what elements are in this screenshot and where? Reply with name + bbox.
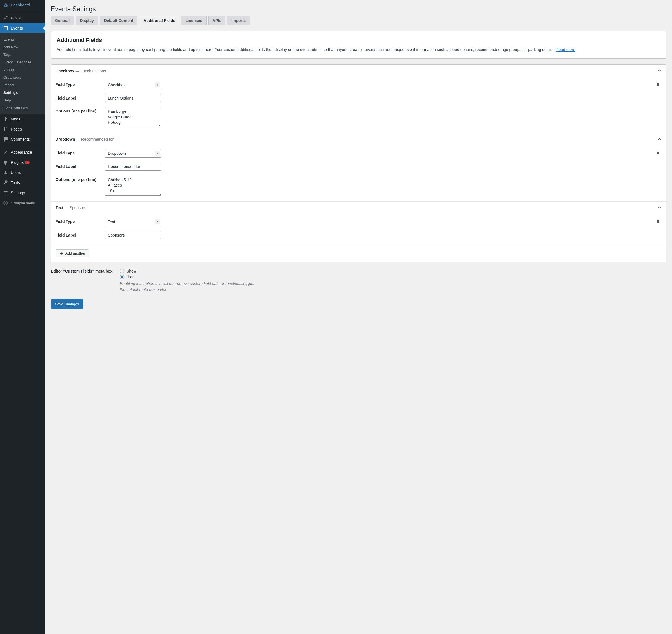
add-another-label: Add another [65, 251, 86, 255]
subitem-organizers[interactable]: Organizers [0, 74, 45, 81]
tab-additional-fields[interactable]: Additional Fields [139, 16, 179, 25]
sidebar-item-users[interactable]: Users [0, 167, 45, 178]
options-textarea[interactable]: Children 5-12 All ages 18+ [105, 175, 161, 196]
sidebar-item-dashboard[interactable]: Dashboard [0, 0, 45, 10]
show-radio-option[interactable]: Show [120, 269, 261, 274]
pages-icon [3, 126, 8, 132]
fields-panel: Checkbox — Lunch Options Field Type Chec… [51, 64, 666, 262]
field-accordion-header[interactable]: Text — Sponsors [51, 201, 666, 214]
sidebar-label: Media [11, 117, 21, 121]
field-type-row-label: Field Type [55, 80, 105, 87]
intro-panel: Additional Fields Add additional fields … [51, 31, 666, 58]
delete-field-button[interactable] [656, 219, 661, 224]
collapse-icon [3, 200, 8, 206]
save-changes-button[interactable]: Save Changes [51, 299, 83, 309]
sidebar-item-tools[interactable]: Tools [0, 178, 45, 188]
select-value: Dropdown [105, 149, 161, 158]
sidebar-label: Tools [11, 181, 20, 185]
field-type-select[interactable]: Dropdown ▼ [105, 149, 161, 158]
subitem-import[interactable]: Import [0, 81, 45, 89]
field-label-input[interactable] [105, 231, 161, 239]
tab-default-content[interactable]: Default Content [100, 16, 138, 25]
sidebar-label: Settings [11, 191, 25, 195]
add-another-row: ＋ Add another [51, 245, 666, 262]
intro-title: Additional Fields [57, 37, 661, 43]
select-value: Checkbox [105, 80, 161, 89]
pin-icon [3, 15, 8, 21]
delete-field-button[interactable] [656, 150, 661, 156]
sidebar-item-pages[interactable]: Pages [0, 124, 45, 134]
field-name-label: — Recommended for [76, 137, 114, 142]
sliders-icon [3, 190, 8, 196]
radio-icon [120, 275, 124, 279]
subitem-tags[interactable]: Tags [0, 51, 45, 58]
sidebar-item-events[interactable]: Events [0, 23, 45, 33]
hide-radio-option[interactable]: Hide [120, 275, 261, 279]
sidebar-item-settings[interactable]: Settings [0, 188, 45, 198]
tab-general[interactable]: General [51, 16, 74, 25]
options-textarea[interactable]: Hamburger Veggie Burger Hotdog [105, 107, 161, 127]
dashboard-icon [3, 2, 8, 8]
sidebar-item-appearance[interactable]: Appearance [0, 147, 45, 157]
sidebar-label: Users [11, 170, 21, 175]
field-accordion-header[interactable]: Checkbox — Lunch Options [51, 65, 666, 77]
add-another-button[interactable]: ＋ Add another [55, 250, 89, 257]
subitem-events[interactable]: Events [0, 36, 45, 43]
meta-box-label: Editor "Custom Fields" meta box [51, 269, 120, 274]
sidebar-label: Pages [11, 127, 22, 132]
comments-icon [3, 137, 8, 142]
sidebar-label: Comments [11, 137, 30, 142]
wrench-icon [3, 180, 8, 186]
sidebar-label: Dashboard [11, 3, 30, 7]
field-type-row-label: Field Type [55, 149, 105, 155]
read-more-link[interactable]: Read more [556, 47, 575, 52]
sidebar-item-media[interactable]: Media [0, 114, 45, 124]
delete-field-button[interactable] [656, 82, 661, 87]
plug-icon [3, 160, 8, 165]
field-type-label: Checkbox [55, 69, 74, 73]
subitem-event-categories[interactable]: Event Categories [0, 58, 45, 66]
field-type-select[interactable]: Text ▼ [105, 218, 161, 226]
events-submenu: Events Add New Tags Event Categories Ven… [0, 33, 45, 114]
page-title: Events Settings [51, 3, 666, 14]
sidebar-item-plugins[interactable]: Plugins 1 [0, 157, 45, 167]
field-label-row-label: Field Label [55, 163, 105, 169]
sidebar-item-posts[interactable]: Posts [0, 13, 45, 23]
tab-imports[interactable]: Imports [227, 16, 250, 25]
meta-options: Show Hide Enabling this option this will… [120, 269, 261, 292]
sidebar-item-comments[interactable]: Comments [0, 134, 45, 144]
subitem-help[interactable]: Help [0, 96, 45, 104]
main-content: Events Settings General Display Default … [45, 0, 672, 634]
intro-description: Add additional fields to your event admi… [57, 47, 661, 53]
field-label-input[interactable] [105, 94, 161, 102]
brush-icon [3, 149, 8, 155]
field-label-input[interactable] [105, 163, 161, 170]
field-type-label: Dropdown [55, 137, 75, 142]
field-accordion-header[interactable]: Dropdown — Recommended for [51, 133, 666, 146]
chevron-up-icon [657, 69, 662, 73]
tab-licenses[interactable]: Licenses [181, 16, 207, 25]
sidebar-label: Appearance [11, 150, 32, 155]
subitem-add-new[interactable]: Add New [0, 43, 45, 51]
sidebar-label: Events [11, 26, 23, 30]
intro-text: Add additional fields to your event admi… [57, 47, 556, 52]
settings-tabs: General Display Default Content Addition… [51, 16, 666, 25]
subitem-venues[interactable]: Venues [0, 66, 45, 74]
field-name-label: — Lunch Options [75, 69, 106, 73]
meta-help-text: Enabling this option this will not remov… [120, 281, 261, 292]
radio-label: Show [126, 269, 136, 274]
admin-sidebar: Dashboard Posts Events Events Add New Ta… [0, 0, 45, 634]
field-type-label: Text [55, 206, 64, 210]
field-type-row-label: Field Type [55, 218, 105, 224]
field-type-select[interactable]: Checkbox ▼ [105, 80, 161, 89]
sidebar-label: Posts [11, 16, 21, 20]
subitem-event-addons[interactable]: Event Add-Ons [0, 104, 45, 112]
select-value: Text [105, 218, 161, 226]
field-accordion-body: Field Type Dropdown ▼ Field Label Option… [51, 146, 666, 201]
tab-display[interactable]: Display [75, 16, 98, 25]
subitem-settings[interactable]: Settings [0, 89, 45, 96]
collapse-menu[interactable]: Collapse menu [0, 198, 45, 208]
meta-box-section: Editor "Custom Fields" meta box Show Hid… [51, 269, 666, 292]
tab-apis[interactable]: APIs [208, 16, 225, 25]
media-icon [3, 116, 8, 122]
